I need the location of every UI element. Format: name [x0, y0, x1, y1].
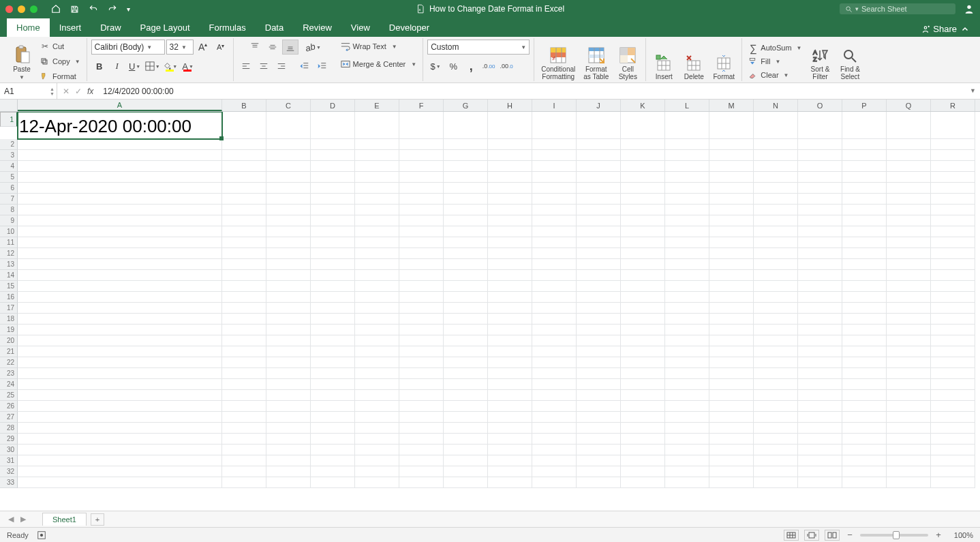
cell-J13[interactable] — [577, 259, 621, 270]
cell-J10[interactable] — [577, 226, 621, 237]
cell-N12[interactable] — [754, 248, 798, 259]
cell-D7[interactable] — [311, 194, 355, 205]
cell-N14[interactable] — [754, 270, 798, 281]
cell-M2[interactable] — [709, 139, 754, 150]
row-header[interactable]: 22 — [0, 357, 18, 368]
cell-F27[interactable] — [399, 412, 444, 423]
cell-B16[interactable] — [222, 292, 266, 303]
cell-J2[interactable] — [577, 139, 621, 150]
tab-data[interactable]: Data — [256, 18, 293, 37]
font-name-select[interactable]: Calibri (Body)▼ — [91, 40, 165, 55]
cell-I8[interactable] — [532, 205, 577, 215]
cell-D12[interactable] — [311, 248, 355, 259]
cell-L4[interactable] — [665, 161, 709, 172]
cell-D27[interactable] — [311, 412, 355, 423]
cell-G20[interactable] — [444, 335, 488, 346]
cell-J19[interactable] — [577, 325, 621, 335]
cell-F18[interactable] — [399, 314, 444, 325]
cell-N27[interactable] — [754, 412, 798, 423]
cell-A8[interactable] — [18, 205, 222, 215]
cell-H4[interactable] — [488, 161, 532, 172]
cell-K18[interactable] — [621, 314, 665, 325]
cell-G23[interactable] — [444, 368, 488, 379]
cell-A15[interactable] — [18, 281, 222, 292]
cell-I6[interactable] — [532, 183, 577, 194]
cell-L13[interactable] — [665, 259, 709, 270]
cell-H14[interactable] — [488, 270, 532, 281]
qat-customize-icon[interactable]: ▾ — [127, 5, 130, 13]
copy-button[interactable]: Copy▼ — [38, 55, 82, 68]
sort-filter-button[interactable]: AZ Sort & Filter — [806, 40, 833, 82]
cell-N17[interactable] — [754, 303, 798, 314]
cell-J21[interactable] — [577, 346, 621, 357]
cell-K14[interactable] — [621, 270, 665, 281]
cell-C1[interactable] — [266, 112, 311, 139]
cell-I31[interactable] — [532, 455, 577, 466]
cell-Q33[interactable] — [887, 477, 931, 488]
cell-I30[interactable] — [532, 445, 577, 455]
cell-R31[interactable] — [931, 455, 975, 466]
paste-button[interactable]: Paste ▼ — [8, 40, 35, 82]
cell-C8[interactable] — [266, 205, 311, 215]
cell-E30[interactable] — [355, 445, 399, 455]
cell-D30[interactable] — [311, 445, 355, 455]
cell-M10[interactable] — [709, 226, 754, 237]
cell-F16[interactable] — [399, 292, 444, 303]
cell-D21[interactable] — [311, 346, 355, 357]
cell-P21[interactable] — [842, 346, 887, 357]
cell-H6[interactable] — [488, 183, 532, 194]
cell-O19[interactable] — [798, 325, 842, 335]
bold-button[interactable]: B — [91, 59, 108, 74]
cell-F11[interactable] — [399, 237, 444, 248]
cell-O22[interactable] — [798, 357, 842, 368]
cell-G28[interactable] — [444, 423, 488, 434]
row-header[interactable]: 11 — [0, 237, 18, 248]
cell-R16[interactable] — [931, 292, 975, 303]
cell-F17[interactable] — [399, 303, 444, 314]
cell-N11[interactable] — [754, 237, 798, 248]
row-header[interactable]: 27 — [0, 412, 18, 423]
cell-K19[interactable] — [621, 325, 665, 335]
cell-C30[interactable] — [266, 445, 311, 455]
cell-O15[interactable] — [798, 281, 842, 292]
cell-O23[interactable] — [798, 368, 842, 379]
cell-O10[interactable] — [798, 226, 842, 237]
align-top-button[interactable] — [247, 40, 263, 55]
cell-B15[interactable] — [222, 281, 266, 292]
cell-Q10[interactable] — [887, 226, 931, 237]
cell-L31[interactable] — [665, 455, 709, 466]
cell-J33[interactable] — [577, 477, 621, 488]
cell-I21[interactable] — [532, 346, 577, 357]
cell-P9[interactable] — [842, 215, 887, 226]
cell-J17[interactable] — [577, 303, 621, 314]
cell-C5[interactable] — [266, 172, 311, 183]
cell-M22[interactable] — [709, 357, 754, 368]
cell-Q9[interactable] — [887, 215, 931, 226]
cell-D32[interactable] — [311, 466, 355, 477]
cell-G1[interactable] — [444, 112, 488, 139]
cell-M28[interactable] — [709, 423, 754, 434]
cell-A16[interactable] — [18, 292, 222, 303]
cell-O21[interactable] — [798, 346, 842, 357]
cell-B22[interactable] — [222, 357, 266, 368]
cell-Q16[interactable] — [887, 292, 931, 303]
cell-M32[interactable] — [709, 466, 754, 477]
cell-D18[interactable] — [311, 314, 355, 325]
cell-L6[interactable] — [665, 183, 709, 194]
borders-button[interactable]: ▼ — [144, 59, 161, 74]
cell-J23[interactable] — [577, 368, 621, 379]
cell-P29[interactable] — [842, 434, 887, 445]
cell-N24[interactable] — [754, 379, 798, 390]
cell-N8[interactable] — [754, 205, 798, 215]
cell-D8[interactable] — [311, 205, 355, 215]
cell-P16[interactable] — [842, 292, 887, 303]
cell-C6[interactable] — [266, 183, 311, 194]
cell-I26[interactable] — [532, 401, 577, 412]
cell-R15[interactable] — [931, 281, 975, 292]
cell-M30[interactable] — [709, 445, 754, 455]
cell-C25[interactable] — [266, 390, 311, 401]
cell-Q3[interactable] — [887, 150, 931, 161]
cell-P23[interactable] — [842, 368, 887, 379]
align-bottom-button[interactable] — [282, 40, 298, 55]
cell-Q12[interactable] — [887, 248, 931, 259]
